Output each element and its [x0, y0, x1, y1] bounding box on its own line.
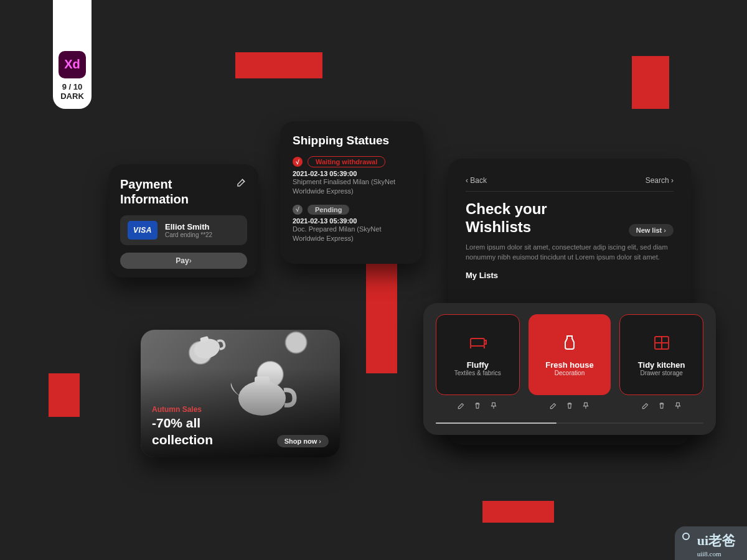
- promo-tag: Autumn Sales: [152, 405, 329, 414]
- trash-icon[interactable]: [473, 401, 482, 413]
- svg-rect-4: [471, 338, 484, 346]
- back-link[interactable]: Back: [466, 176, 487, 185]
- payment-card: Payment Information VISA Elliot Smith Ca…: [109, 164, 258, 278]
- pin-icon[interactable]: [489, 401, 498, 413]
- shipping-step: √ Pending 2021-02-13 05:39:00 Doc. Prepa…: [293, 205, 411, 243]
- wishlist-title: Check your: [466, 200, 547, 218]
- decor-block: [235, 52, 322, 78]
- check-icon: √: [293, 157, 303, 167]
- watermark-text: ui老爸: [697, 533, 736, 548]
- shipping-step: √ Waiting withdrawal 2021-02-13 05:39:00…: [293, 156, 411, 196]
- edit-icon[interactable]: [457, 401, 466, 413]
- shipping-date: 2021-02-13 05:39:00: [293, 217, 411, 225]
- wishlist-title: Wishlists: [466, 218, 547, 236]
- badge-theme: DARK: [60, 91, 84, 101]
- decor-block: [49, 373, 80, 417]
- tile-actions: [528, 401, 611, 413]
- check-icon: √: [293, 205, 303, 215]
- tile-actions: [620, 401, 703, 413]
- decor-block: [482, 501, 554, 523]
- pin-icon[interactable]: [674, 401, 682, 413]
- promo-headline: collection: [152, 432, 213, 447]
- couch-icon: [467, 333, 487, 355]
- wishlist-tile-fluffy[interactable]: Fluffy Textiles & fabrics: [436, 314, 520, 395]
- visa-badge-icon: VISA: [128, 221, 157, 240]
- decor-block: [366, 261, 397, 373]
- tile-name: Fluffy: [467, 360, 489, 370]
- trash-icon[interactable]: [565, 401, 574, 413]
- watermark-url: uii8.com: [697, 550, 736, 558]
- shipping-desc: Doc. Prepared Milan (SkyNet Worldwide Ex…: [293, 225, 411, 243]
- drawer-icon: [652, 333, 672, 355]
- shipping-title: Shipping Statues: [293, 134, 411, 147]
- payment-title: Payment Information: [120, 177, 236, 207]
- promo-card[interactable]: Autumn Sales -70% all collection Shop no…: [141, 330, 340, 457]
- watermark: ui老爸 uii8.com: [675, 526, 747, 560]
- saved-card[interactable]: VISA Elliot Smith Card ending **22: [120, 215, 247, 245]
- tile-sub: Decoration: [555, 370, 585, 376]
- wishlist-card: Back Search Check your Wishlists New lis…: [448, 159, 691, 445]
- wishlist-tile-fresh-house[interactable]: Fresh house Decoration: [529, 314, 611, 395]
- my-lists-label: My Lists: [466, 271, 674, 280]
- pay-button[interactable]: Pay: [120, 253, 247, 269]
- edit-icon[interactable]: [236, 177, 247, 190]
- search-link[interactable]: Search: [646, 176, 674, 185]
- shop-now-button[interactable]: Shop now: [277, 435, 329, 447]
- vase-icon: [560, 333, 580, 355]
- tile-name: Tidy kitchen: [638, 360, 685, 370]
- trash-icon[interactable]: [657, 401, 666, 413]
- wishlist-tiles-panel: Fluffy Textiles & fabrics Fresh house De…: [423, 303, 716, 435]
- shipping-status-pill: Pending: [308, 205, 349, 215]
- tile-actions: [436, 401, 519, 413]
- tile-sub: Textiles & fabrics: [454, 370, 501, 376]
- decor-block: [632, 56, 669, 109]
- shipping-card: Shipping Statues √ Waiting withdrawal 20…: [280, 121, 423, 264]
- app-badge: Xd 9 / 10 DARK: [53, 0, 92, 109]
- card-ending: Card ending **22: [165, 231, 212, 238]
- badge-count: 9 / 10: [62, 82, 83, 91]
- wishlist-tile-tidy-kitchen[interactable]: Tidy kitchen Drawer storage: [619, 314, 703, 395]
- new-list-button[interactable]: New list: [629, 224, 674, 236]
- scroll-thumb[interactable]: [436, 422, 557, 424]
- tile-name: Fresh house: [545, 360, 593, 370]
- pin-icon[interactable]: [581, 401, 590, 413]
- tile-sub: Drawer storage: [641, 370, 683, 376]
- promo-headline: -70% all: [152, 415, 213, 431]
- horizontal-scrollbar[interactable]: [436, 422, 703, 424]
- xd-logo-icon: Xd: [59, 51, 86, 78]
- shipping-status-pill: Waiting withdrawal: [308, 156, 385, 167]
- shipping-date: 2021-02-13 05:39:00: [293, 170, 411, 177]
- shipping-desc: Shipment Finalised Milan (SkyNet Worldwi…: [293, 177, 411, 196]
- edit-icon[interactable]: [641, 401, 650, 413]
- card-holder-name: Elliot Smith: [165, 222, 212, 231]
- edit-icon[interactable]: [549, 401, 558, 413]
- wishlist-description: Lorem ipsum dolor sit amet, consectetuer…: [466, 243, 674, 263]
